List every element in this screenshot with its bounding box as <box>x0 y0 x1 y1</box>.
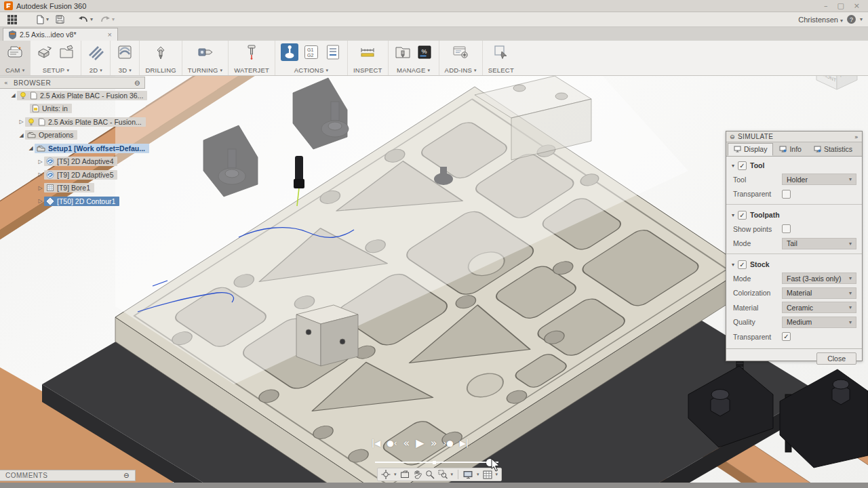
ribbon-group-drilling[interactable]: DRILLING <box>140 41 182 75</box>
zoom-window-caret[interactable]: ▾ <box>451 472 454 477</box>
document-tab[interactable]: 2.5 Axis...ideo v8* × <box>3 28 118 41</box>
go-to-start-button[interactable]: |◀ <box>372 439 380 448</box>
3d-viewport[interactable]: TOP FRONT RIGHT « BROWSER ⊖ ◢ 2.5 Axis P… <box>0 76 868 483</box>
close-button[interactable]: × <box>854 1 860 10</box>
stock-section-checkbox[interactable]: ✓ <box>738 260 747 269</box>
expand-arrow-icon[interactable]: ▷ <box>37 185 44 191</box>
stock-section-header[interactable]: ▾ ✓ Stock <box>732 258 856 271</box>
tab-display[interactable]: Display <box>728 143 773 156</box>
help-icon[interactable]: ? <box>847 15 856 24</box>
expand-arrow-icon[interactable]: ◢ <box>9 92 17 98</box>
previous-operation-button[interactable]: ●‹ <box>387 439 397 448</box>
app-grid-button[interactable] <box>5 14 19 25</box>
quality-select[interactable]: Medium▾ <box>782 317 856 328</box>
tree-item-root-document[interactable]: ◢ 2.5 Axis Plate BAC - Fusion 36... <box>0 89 145 102</box>
tree-item-adaptive5[interactable]: ▷ [T9] 2D Adaptive5 <box>0 168 145 182</box>
setup-sheet-icon[interactable] <box>324 43 342 61</box>
dialog-options-icon[interactable]: ⊖ <box>730 134 735 140</box>
orbit-icon[interactable] <box>381 470 391 479</box>
visibility-bulb-icon[interactable] <box>19 92 27 100</box>
minimize-button[interactable]: – <box>824 1 828 10</box>
display-settings-caret[interactable]: ▾ <box>477 472 479 477</box>
ribbon-group-cam[interactable]: CAM▾ <box>0 41 31 75</box>
undo-caret[interactable]: ▾ <box>90 16 93 22</box>
tree-item-units[interactable]: Units: in <box>0 102 145 116</box>
show-points-checkbox[interactable] <box>782 224 791 233</box>
display-settings-icon[interactable] <box>463 470 473 479</box>
browser-header[interactable]: « BROWSER ⊖ <box>0 77 145 89</box>
orbit-caret[interactable]: ▾ <box>394 472 397 477</box>
redo-caret[interactable]: ▾ <box>112 16 115 22</box>
look-at-icon[interactable] <box>400 470 410 479</box>
expand-arrow-icon[interactable]: ▷ <box>37 198 44 204</box>
ribbon-group-waterjet[interactable]: WATERJET <box>229 41 275 75</box>
tree-item-setup1[interactable]: ◢ Setup1 [Work offset=Defau... <box>0 142 145 155</box>
go-to-end-button[interactable]: ▶| <box>460 439 469 448</box>
play-button[interactable]: ▶ <box>416 436 424 449</box>
pan-icon[interactable] <box>413 470 422 479</box>
simulate-icon[interactable] <box>281 43 298 61</box>
simulate-dialog-header[interactable]: ⊖ SIMULATE » <box>726 131 862 142</box>
close-button[interactable]: Close <box>816 352 856 365</box>
section-collapse-icon[interactable]: ▾ <box>732 262 734 268</box>
tool-transparent-checkbox[interactable] <box>782 190 791 199</box>
ribbon-group-3d[interactable]: 3D▾ <box>111 41 140 75</box>
tree-item-adaptive4[interactable]: ▷ [T5] 2D Adaptive4 <box>0 155 145 169</box>
tool-section-header[interactable]: ▾ ✓ Tool <box>732 159 856 172</box>
zoom-icon[interactable] <box>425 470 435 479</box>
save-button[interactable] <box>54 14 66 24</box>
stock-mode-select[interactable]: Fast (3-axis only)▾ <box>782 272 856 284</box>
toolpath-mode-select[interactable]: Tail▾ <box>782 238 856 249</box>
help-caret[interactable]: ▾ <box>860 16 863 22</box>
ribbon-group-select[interactable]: SELECT <box>483 41 519 75</box>
tab-info[interactable]: Info <box>773 143 808 156</box>
file-menu-button[interactable]: ▾ <box>34 14 51 25</box>
expand-arrow-icon[interactable]: ◢ <box>18 132 25 138</box>
dialog-collapse-icon[interactable]: » <box>854 134 859 140</box>
next-operation-button[interactable]: ›● <box>443 439 453 448</box>
user-menu[interactable]: Christensen ▾ <box>798 16 843 24</box>
tree-item-linked-document[interactable]: ▷ 2.5 Axis Plate BAC - Fusion... <box>0 115 145 129</box>
comments-expand-icon[interactable]: ⊖ <box>123 472 130 479</box>
redo-button[interactable]: ▾ <box>98 15 117 24</box>
expand-arrow-icon[interactable]: ▷ <box>18 119 25 125</box>
ribbon-group-setup[interactable]: SETUP▾ <box>31 41 81 75</box>
colorization-select[interactable]: Material▾ <box>782 287 856 299</box>
ribbon-group-2d[interactable]: 2D▾ <box>81 41 111 75</box>
ribbon-group-actions[interactable]: G1G2 ACTIONS▾ <box>275 41 348 75</box>
simulation-timeline[interactable] <box>375 458 498 466</box>
grid-layout-caret[interactable]: ▾ <box>496 472 498 477</box>
tree-item-operations[interactable]: ◢ Operations <box>0 129 145 142</box>
browser-collapse-icon[interactable]: « <box>4 79 8 86</box>
zoom-window-icon[interactable] <box>438 470 448 479</box>
undo-button[interactable]: ▾ <box>76 15 95 24</box>
ribbon-group-inspect[interactable]: INSPECT <box>348 41 389 75</box>
step-back-button[interactable]: « <box>403 436 410 449</box>
ribbon-group-turning[interactable]: TURNING▾ <box>182 41 229 75</box>
toolpath-section-checkbox[interactable]: ✓ <box>738 211 747 220</box>
step-forward-button[interactable]: » <box>431 436 437 449</box>
timeline-track[interactable] <box>375 462 498 463</box>
tool-select[interactable]: Holder▾ <box>782 174 856 185</box>
browser-options-icon[interactable]: ⊖ <box>134 79 140 87</box>
tree-item-contour1[interactable]: ▷ [T50] 2D Contour1 <box>0 195 145 208</box>
maximize-button[interactable]: ▢ <box>837 1 844 10</box>
section-collapse-icon[interactable]: ▾ <box>732 163 734 169</box>
tree-item-bore1[interactable]: ▷ [T9] Bore1 <box>0 182 145 195</box>
toolpath-section-header[interactable]: ▾ ✓ Toolpath <box>732 208 856 222</box>
stock-transparent-checkbox[interactable]: ✓ <box>782 332 791 341</box>
tab-statistics[interactable]: Statistics <box>808 143 859 156</box>
post-process-icon[interactable]: G1G2 <box>302 43 320 61</box>
tab-close-icon[interactable]: × <box>108 30 112 39</box>
expand-arrow-icon[interactable]: ◢ <box>27 145 35 151</box>
ribbon-group-addins[interactable]: ADD-INS▾ <box>439 41 483 75</box>
comments-bar[interactable]: COMMENTS ⊖ <box>0 470 136 481</box>
ribbon-group-manage[interactable]: % MANAGE▾ <box>389 41 439 75</box>
section-collapse-icon[interactable]: ▾ <box>732 212 734 218</box>
visibility-bulb-icon[interactable] <box>27 118 35 126</box>
material-select[interactable]: Ceramic▾ <box>782 302 856 313</box>
tool-section-checkbox[interactable]: ✓ <box>738 161 747 170</box>
view-cube[interactable]: TOP FRONT RIGHT <box>811 76 863 96</box>
expand-arrow-icon[interactable]: ▷ <box>37 159 44 165</box>
expand-arrow-icon[interactable]: ▷ <box>37 171 44 178</box>
